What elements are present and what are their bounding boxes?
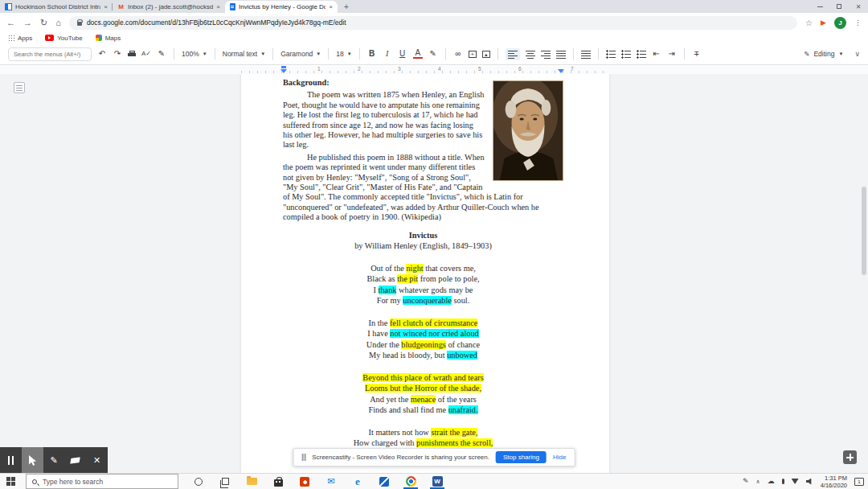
edge-icon: e bbox=[355, 476, 360, 487]
poem-line: I thank whatever gods may be bbox=[283, 285, 563, 296]
italic-icon[interactable]: I bbox=[383, 50, 392, 58]
microsoft-store-button[interactable] bbox=[270, 474, 286, 489]
bookmark-youtube[interactable]: YouTube bbox=[45, 35, 82, 42]
close-window-button[interactable]: ✕ bbox=[849, 0, 868, 13]
blue-app-button[interactable] bbox=[376, 474, 392, 489]
underline-icon[interactable]: U bbox=[398, 50, 407, 58]
text-color-icon[interactable]: A bbox=[413, 49, 423, 59]
poem-line: I have not winced nor cried aloud bbox=[283, 328, 563, 339]
highlight-icon[interactable]: ✎ bbox=[428, 50, 438, 58]
insert-comment-icon[interactable]: + bbox=[469, 51, 477, 58]
poem-line: My head is bloody, but unbowed bbox=[283, 350, 563, 361]
office-button[interactable] bbox=[297, 474, 313, 489]
mail-button[interactable]: ✉ bbox=[323, 474, 339, 489]
search-icon bbox=[32, 479, 37, 484]
task-view-button[interactable] bbox=[217, 474, 233, 489]
right-indent-marker[interactable] bbox=[558, 69, 564, 73]
pen-tray-icon[interactable]: ✎ bbox=[743, 478, 749, 485]
end-recording-button[interactable]: ✕ bbox=[86, 447, 108, 473]
youtube-icon bbox=[45, 35, 54, 41]
stop-sharing-button[interactable]: Stop sharing bbox=[496, 451, 547, 463]
screencastify-extension-icon[interactable]: ▶ bbox=[821, 18, 826, 27]
tab-invictus-docs[interactable]: Invictus by Henley - Google Docs × bbox=[225, 1, 338, 13]
align-left-icon[interactable] bbox=[506, 48, 520, 60]
tab-hockinson[interactable]: Hockinson School District Intran × bbox=[0, 1, 113, 13]
bold-icon[interactable]: B bbox=[367, 50, 377, 58]
scrollbar-thumb[interactable] bbox=[862, 187, 866, 275]
tab-close-icon[interactable]: × bbox=[329, 3, 333, 10]
reload-icon[interactable]: ↻ bbox=[40, 18, 47, 27]
paint-format-icon[interactable]: ✎ bbox=[157, 50, 166, 58]
action-center-icon[interactable]: 1 bbox=[854, 478, 864, 486]
font-select[interactable]: Garamond▼ bbox=[280, 50, 321, 58]
new-tab-button[interactable]: + bbox=[344, 2, 349, 11]
numbered-list-icon[interactable] bbox=[637, 50, 646, 59]
zoom-select[interactable]: 100%▼ bbox=[182, 50, 207, 58]
print-icon[interactable] bbox=[128, 51, 136, 58]
eraser-tool-button[interactable] bbox=[64, 447, 86, 473]
edge-button[interactable]: e bbox=[350, 474, 366, 489]
bookmark-maps[interactable]: Maps bbox=[96, 35, 121, 42]
line-spacing-icon[interactable] bbox=[581, 50, 591, 59]
redo-icon[interactable]: ↷ bbox=[113, 50, 122, 58]
align-right-icon[interactable] bbox=[541, 50, 551, 59]
pencil-icon: ✎ bbox=[804, 50, 809, 58]
document-page[interactable]: Background: The poem was written 1875 wh… bbox=[241, 74, 609, 473]
cursor-tool-button[interactable] bbox=[22, 447, 43, 473]
bookmark-star-icon[interactable]: ☆ bbox=[805, 18, 813, 27]
word-button[interactable]: W bbox=[429, 474, 445, 489]
taskbar-clock[interactable]: 1:31 PM 4/16/2020 bbox=[821, 475, 847, 489]
left-indent-marker[interactable] bbox=[280, 69, 287, 73]
minimize-button[interactable] bbox=[810, 0, 829, 13]
spell-check-icon[interactable]: A✓ bbox=[141, 51, 151, 57]
insert-link-icon[interactable]: ∞ bbox=[453, 50, 463, 58]
back-icon[interactable]: ← bbox=[6, 18, 15, 27]
insert-image-icon[interactable]: ▴ bbox=[482, 51, 490, 58]
explore-button[interactable] bbox=[843, 450, 857, 464]
volume-icon[interactable] bbox=[806, 479, 813, 485]
home-icon[interactable]: ⌂ bbox=[55, 18, 61, 27]
bookmark-apps[interactable]: Apps bbox=[8, 35, 32, 42]
start-button[interactable] bbox=[6, 477, 15, 486]
cortana-button[interactable] bbox=[190, 474, 207, 489]
undo-icon[interactable]: ↶ bbox=[97, 50, 107, 58]
chevron-up-icon[interactable]: ∧ bbox=[756, 479, 760, 484]
editing-mode-button[interactable]: ✎Editing▼ bbox=[804, 50, 843, 58]
first-line-indent-marker[interactable] bbox=[281, 66, 286, 68]
tab-gmail-inbox[interactable]: M Inbox (2) - jade.scott@hocksd.o × bbox=[113, 1, 225, 13]
align-center-icon[interactable] bbox=[526, 50, 535, 59]
highlighted-text: unconquerable bbox=[403, 296, 452, 305]
pause-recording-button[interactable] bbox=[0, 447, 22, 473]
bulleted-list-icon[interactable] bbox=[621, 50, 631, 59]
hide-menus-icon[interactable]: ∨ bbox=[854, 50, 860, 58]
show-outline-icon[interactable] bbox=[14, 82, 25, 93]
apps-grid-icon bbox=[8, 35, 14, 41]
tab-title: Inbox (2) - jade.scott@hocksd.o bbox=[128, 3, 213, 10]
onedrive-cloud-icon[interactable]: ☁ bbox=[768, 478, 775, 485]
network-icon[interactable] bbox=[792, 479, 799, 484]
increase-indent-icon[interactable]: ⇥ bbox=[667, 50, 677, 58]
chrome-menu-icon[interactable]: ⋮ bbox=[854, 18, 862, 27]
taskbar-search-box[interactable]: Type here to search bbox=[26, 474, 178, 489]
microphone-icon[interactable] bbox=[782, 479, 784, 484]
forward-icon[interactable]: → bbox=[23, 18, 32, 27]
tab-close-icon[interactable]: × bbox=[216, 3, 220, 10]
menu-search-input[interactable] bbox=[8, 47, 92, 61]
justify-icon[interactable] bbox=[556, 50, 566, 59]
highlighted-text: Beyond this place of wrath and tears bbox=[362, 373, 483, 382]
font-size-select[interactable]: 18▼ bbox=[336, 50, 351, 58]
profile-avatar[interactable]: J bbox=[834, 17, 846, 29]
paragraph-style-select[interactable]: Normal text▼ bbox=[223, 50, 265, 58]
chrome-button[interactable] bbox=[403, 474, 419, 489]
tab-close-icon[interactable]: × bbox=[104, 3, 108, 10]
drag-grip-icon[interactable] bbox=[302, 454, 306, 461]
decrease-indent-icon[interactable]: ⇤ bbox=[652, 50, 661, 58]
hide-link[interactable]: Hide bbox=[553, 454, 566, 461]
clear-formatting-icon[interactable]: T bbox=[692, 51, 702, 58]
url-field[interactable]: docs.google.com/document/d/13hFBjb6tzL0c… bbox=[69, 16, 797, 30]
checklist-icon[interactable] bbox=[606, 50, 616, 59]
pen-tool-button[interactable]: ✎ bbox=[43, 447, 65, 473]
recording-toolbar: ✎ ✕ bbox=[0, 447, 108, 473]
restore-button[interactable] bbox=[829, 0, 849, 13]
file-explorer-button[interactable] bbox=[244, 474, 260, 489]
